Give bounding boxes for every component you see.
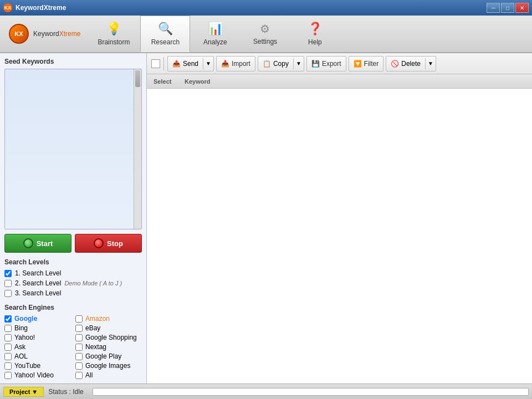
- select-all-checkbox[interactable]: [151, 59, 160, 68]
- engine-ask-label: Ask: [14, 343, 25, 351]
- logo-text: KeywordXtreme: [33, 30, 80, 38]
- engine-yahoo-label: Yahoo!: [14, 334, 35, 341]
- search-level-1-checkbox[interactable]: [4, 270, 12, 277]
- table-header: Select Keyword: [147, 74, 532, 89]
- stop-icon: [94, 238, 104, 248]
- delete-button-main[interactable]: 🚫 Delete: [386, 58, 426, 69]
- engine-amazon-checkbox[interactable]: [75, 315, 83, 323]
- send-button-main[interactable]: 📤 Send: [168, 58, 203, 69]
- import-label: Import: [232, 60, 250, 68]
- minimize-button[interactable]: ─: [487, 3, 500, 13]
- search-levels-section: Search Levels 1. Search Level 2. Search …: [4, 258, 142, 299]
- engine-nextag-checkbox[interactable]: [75, 344, 83, 351]
- delete-button-arrow[interactable]: ▼: [426, 59, 436, 68]
- engine-aol: AOL: [4, 352, 71, 360]
- engine-youtube-checkbox[interactable]: [4, 362, 12, 370]
- title-bar-left: KX KeywordXtreme: [3, 3, 66, 12]
- engine-google-shopping-label: Google Shopping: [85, 334, 137, 341]
- engine-all: All: [75, 371, 142, 379]
- engine-aol-checkbox[interactable]: [4, 353, 12, 360]
- title-bar: KX KeywordXtreme ─ □ ✕: [0, 0, 532, 16]
- copy-button-main[interactable]: 📋 Copy: [258, 58, 294, 69]
- engine-yahoo-checkbox[interactable]: [4, 334, 12, 341]
- filter-button[interactable]: 🔽 Filter: [349, 56, 384, 71]
- stop-button[interactable]: Stop: [75, 234, 142, 253]
- search-engines-title: Search Engines: [4, 304, 142, 311]
- title-bar-buttons: ─ □ ✕: [487, 3, 529, 13]
- col-keyword-header: Keyword: [185, 78, 528, 85]
- start-icon: [23, 238, 33, 248]
- engine-google-images-label: Google Images: [85, 362, 130, 370]
- seed-keywords-area[interactable]: [4, 69, 142, 229]
- settings-icon: ⚙: [260, 22, 270, 35]
- import-button[interactable]: 📥 Import: [216, 56, 255, 71]
- engine-all-label: All: [85, 371, 93, 379]
- engine-all-checkbox[interactable]: [75, 372, 83, 379]
- maximize-button[interactable]: □: [501, 3, 514, 13]
- send-button-arrow[interactable]: ▼: [203, 59, 213, 68]
- engine-google-label: Google: [14, 315, 37, 323]
- export-icon: 💾: [311, 60, 320, 68]
- export-button[interactable]: 💾 Export: [306, 56, 346, 71]
- search-level-3-checkbox[interactable]: [4, 290, 12, 297]
- help-icon: ❓: [308, 22, 323, 36]
- analyze-icon: 📊: [208, 22, 223, 36]
- scrollbar-thumb: [135, 70, 140, 87]
- settings-label: Settings: [253, 38, 277, 45]
- logo-keyword: Keyword: [33, 30, 59, 38]
- engine-amazon-label: Amazon: [85, 315, 110, 323]
- engine-google-shopping: Google Shopping: [75, 334, 142, 341]
- send-button[interactable]: 📤 Send ▼: [167, 56, 214, 71]
- seed-keywords-title: Seed Keywords: [4, 58, 142, 65]
- main-content: Seed Keywords Start Stop Search Levels 1…: [0, 53, 532, 383]
- tab-research[interactable]: 🔍 Research: [140, 16, 190, 52]
- tab-help[interactable]: ❓ Help: [290, 16, 340, 52]
- engine-ebay: eBay: [75, 324, 142, 332]
- project-label: Project: [9, 388, 30, 395]
- engine-ebay-checkbox[interactable]: [75, 325, 83, 332]
- tab-brainstorm[interactable]: 💡 Brainstorm: [87, 16, 140, 52]
- delete-label: Delete: [401, 60, 421, 68]
- app-title: KeywordXtreme: [16, 4, 66, 12]
- engine-google-checkbox[interactable]: [4, 315, 12, 323]
- engine-aol-label: AOL: [14, 352, 28, 360]
- status-label: Status : Idle: [48, 388, 83, 396]
- col-select-header: Select: [151, 78, 185, 85]
- action-buttons: Start Stop: [4, 234, 142, 253]
- app-logo: KX KeywordXtreme: [2, 16, 87, 52]
- engine-amazon: Amazon: [75, 315, 142, 323]
- engine-google-images-checkbox[interactable]: [75, 362, 83, 370]
- left-panel: Seed Keywords Start Stop Search Levels 1…: [0, 53, 147, 383]
- engine-yahoo-video-checkbox[interactable]: [4, 372, 12, 379]
- copy-button[interactable]: 📋 Copy ▼: [258, 56, 304, 71]
- project-button[interactable]: Project ▼: [3, 387, 44, 397]
- search-level-2-label: 2. Search Level: [15, 279, 61, 287]
- research-icon: 🔍: [158, 22, 173, 36]
- search-levels-title: Search Levels: [4, 258, 142, 266]
- engine-google-play-checkbox[interactable]: [75, 353, 83, 360]
- project-arrow-icon: ▼: [32, 388, 38, 395]
- table-body[interactable]: [147, 89, 532, 383]
- tab-settings[interactable]: ⚙ Settings: [240, 16, 290, 52]
- start-button[interactable]: Start: [4, 234, 71, 253]
- search-level-2: 2. Search Level Demo Mode ( A to J ): [4, 279, 142, 287]
- engine-google-shopping-checkbox[interactable]: [75, 334, 83, 341]
- copy-button-arrow[interactable]: ▼: [294, 59, 304, 68]
- progress-bar: [93, 388, 529, 396]
- engine-bing-checkbox[interactable]: [4, 325, 12, 332]
- brainstorm-label: Brainstorm: [98, 38, 130, 46]
- engines-grid: Google Amazon Bing eBay Yahoo!: [4, 315, 142, 379]
- engine-google-play: Google Play: [75, 352, 142, 360]
- search-level-2-checkbox[interactable]: [4, 280, 12, 287]
- app-icon: KX: [3, 3, 12, 12]
- research-label: Research: [151, 38, 180, 46]
- engine-ebay-label: eBay: [85, 324, 100, 332]
- toolbar: 📤 Send ▼ 📥 Import 📋 Copy ▼ 💾 Export: [147, 53, 532, 74]
- engine-ask-checkbox[interactable]: [4, 344, 12, 351]
- close-button[interactable]: ✕: [515, 3, 529, 13]
- logo-icon: KX: [9, 24, 29, 44]
- start-label: Start: [37, 239, 53, 248]
- delete-button[interactable]: 🚫 Delete ▼: [386, 56, 436, 71]
- copy-icon: 📋: [263, 60, 271, 68]
- tab-analyze[interactable]: 📊 Analyze: [190, 16, 240, 52]
